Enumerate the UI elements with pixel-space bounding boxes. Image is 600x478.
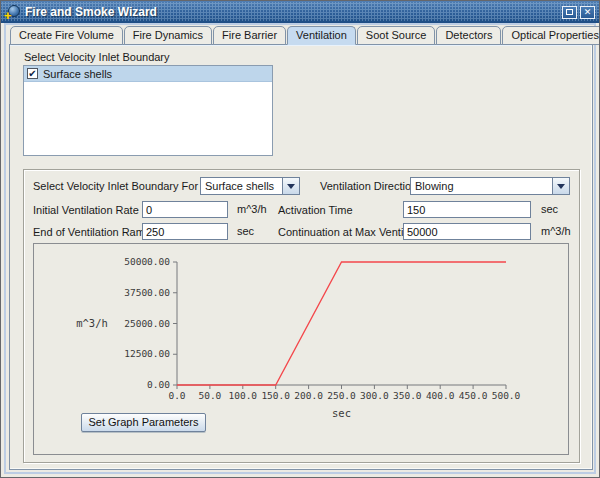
- direction-combo-label: Ventilation Direction: [320, 177, 417, 195]
- tab-fire-barrier[interactable]: Fire Barrier: [213, 26, 286, 45]
- maximize-button[interactable]: [562, 6, 577, 19]
- svg-text:300.0: 300.0: [360, 390, 389, 401]
- svg-text:50000.00: 50000.00: [124, 256, 170, 267]
- svg-text:50.0: 50.0: [198, 390, 221, 401]
- svg-text:12500.00: 12500.00: [124, 348, 170, 359]
- svg-text:250.0: 250.0: [327, 390, 356, 401]
- titlebar: + Fire and Smoke Wizard ✕: [1, 1, 599, 23]
- svg-text:m^3/h: m^3/h: [76, 317, 108, 329]
- fire-and-smoke-wizard-window: + Fire and Smoke Wizard ✕ Create Fire Vo…: [0, 0, 600, 478]
- direction-combo-value: Blowing: [411, 178, 552, 194]
- svg-text:37500.00: 37500.00: [124, 287, 170, 298]
- end-of-ventilation-ramping-unit: sec: [237, 223, 254, 240]
- boundary-list-label: Select Velocity Inlet Boundary: [24, 51, 170, 63]
- initial-ventilation-rate-label: Initial Ventilation Rate: [33, 201, 139, 219]
- svg-text:150.0: 150.0: [261, 390, 290, 401]
- tab-strip: Create Fire VolumeFire DynamicsFire Barr…: [10, 26, 600, 45]
- svg-text:350.0: 350.0: [393, 390, 422, 401]
- svg-text:25000.00: 25000.00: [124, 318, 170, 329]
- maximize-icon: [566, 9, 573, 15]
- close-button[interactable]: ✕: [580, 6, 595, 19]
- activation-time-label: Activation Time: [278, 201, 353, 219]
- end-of-ventilation-ramping-field[interactable]: [142, 223, 228, 240]
- plus-icon: +: [4, 9, 12, 22]
- boundary-combo-value: Surface shells: [201, 178, 282, 194]
- tab-optical-properties[interactable]: Optical Properties: [502, 26, 600, 45]
- tab-ventilation[interactable]: Ventilation: [287, 26, 356, 45]
- svg-text:500.0: 500.0: [492, 390, 521, 401]
- svg-text:sec: sec: [332, 407, 351, 419]
- ventilation-rate-graph-panel: 0.0012500.0025000.0037500.0050000.000.05…: [33, 243, 569, 455]
- continuation-at-max-ventilation-unit: m^3/h: [541, 223, 571, 240]
- tab-create-fire-volume[interactable]: Create Fire Volume: [10, 26, 123, 45]
- list-item[interactable]: ✔Surface shells: [24, 66, 272, 82]
- velocity-inlet-boundary-list[interactable]: ✔Surface shells: [23, 65, 273, 156]
- tab-soot-source[interactable]: Soot Source: [357, 26, 436, 45]
- checkbox-icon[interactable]: ✔: [27, 68, 38, 79]
- list-item-label: Surface shells: [43, 68, 112, 80]
- ventilation-settings-panel: Select Velocity Inlet Boundary For Venti…: [23, 169, 580, 463]
- svg-text:100.0: 100.0: [228, 390, 257, 401]
- continuation-at-max-ventilation-field[interactable]: [403, 223, 531, 240]
- svg-text:200.0: 200.0: [294, 390, 323, 401]
- ventilation-tab-panel: Select Velocity Inlet Boundary ✔Surface …: [9, 44, 593, 470]
- svg-text:0.00: 0.00: [147, 379, 170, 390]
- tab-detectors[interactable]: Detectors: [436, 26, 501, 45]
- svg-text:450.0: 450.0: [459, 390, 488, 401]
- direction-combo[interactable]: Blowing: [410, 177, 570, 195]
- initial-ventilation-rate-field[interactable]: [142, 201, 228, 218]
- titlebar-buttons: ✕: [562, 6, 595, 19]
- boundary-combo-dropdown-button[interactable]: [282, 178, 299, 194]
- window-title: Fire and Smoke Wizard: [25, 5, 157, 19]
- svg-text:0.0: 0.0: [168, 390, 185, 401]
- activation-time-field[interactable]: [403, 201, 531, 218]
- direction-combo-dropdown-button[interactable]: [552, 178, 569, 194]
- svg-text:400.0: 400.0: [426, 390, 455, 401]
- initial-ventilation-rate-unit: m^3/h: [237, 201, 267, 218]
- activation-time-unit: sec: [541, 201, 558, 218]
- chevron-down-icon: [287, 184, 295, 193]
- tab-fire-dynamics[interactable]: Fire Dynamics: [124, 26, 212, 45]
- set-graph-parameters-button[interactable]: Set Graph Parameters: [81, 413, 206, 432]
- boundary-combo[interactable]: Surface shells: [200, 177, 300, 195]
- chevron-down-icon: [557, 184, 565, 193]
- app-icon: +: [5, 5, 20, 19]
